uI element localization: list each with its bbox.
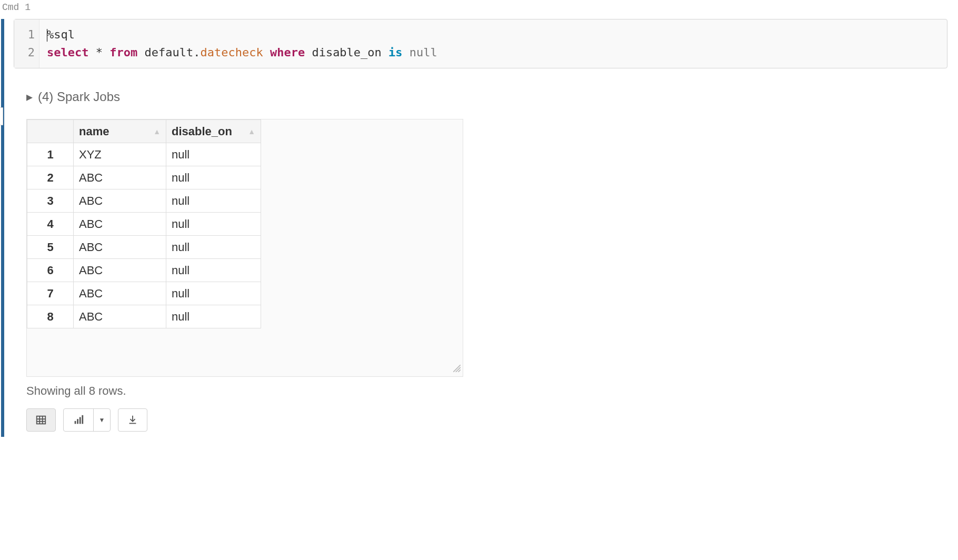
disable-on-cell: null: [166, 305, 261, 328]
result-table-container: name ▲ disable_on ▲ 1XYZnull2ABCnull3ABC…: [26, 119, 463, 377]
table-row[interactable]: 7ABCnull: [27, 282, 261, 305]
table-view-button[interactable]: [26, 408, 56, 432]
disable-on-cell: null: [166, 282, 261, 305]
rownum-cell: 7: [27, 282, 74, 305]
rownum-cell: 2: [27, 166, 74, 189]
caret-right-icon: ▸: [26, 89, 33, 104]
rownum-header[interactable]: [27, 120, 74, 143]
disable-on-cell: null: [166, 189, 261, 213]
sort-icon[interactable]: ▲: [153, 127, 161, 136]
column-label: disable_on: [172, 125, 232, 138]
line-number: 2: [18, 44, 35, 62]
disable-on-cell: null: [166, 259, 261, 282]
table-header-row: name ▲ disable_on ▲: [27, 120, 261, 143]
sort-icon[interactable]: ▲: [248, 127, 255, 136]
chart-view-dropdown[interactable]: ▼: [93, 409, 110, 431]
table-icon: [35, 414, 47, 426]
name-cell: ABC: [74, 305, 166, 328]
column-header-name[interactable]: name ▲: [74, 120, 166, 143]
rownum-cell: 8: [27, 305, 74, 328]
output-area: ▸ (4) Spark Jobs name ▲ disable_on ▲: [4, 75, 957, 437]
code-line-1[interactable]: %sql: [47, 26, 437, 44]
table-row[interactable]: 6ABCnull: [27, 259, 261, 282]
line-number-gutter: 1 2: [14, 19, 39, 68]
name-cell: ABC: [74, 213, 166, 236]
table-row[interactable]: 1XYZnull: [27, 143, 261, 166]
disable-on-cell: null: [166, 166, 261, 189]
column-label: name: [79, 125, 109, 138]
code-line-2[interactable]: select * from default.datecheck where di…: [47, 44, 437, 62]
table-row[interactable]: 8ABCnull: [27, 305, 261, 328]
line-number: 1: [18, 26, 35, 44]
dot-token: .: [193, 46, 200, 59]
table-token: datecheck: [200, 46, 263, 59]
name-cell: ABC: [74, 259, 166, 282]
disable-on-cell: null: [166, 143, 261, 166]
caret-down-icon: ▼: [99, 416, 105, 424]
rownum-cell: 5: [27, 236, 74, 259]
row-status: Showing all 8 rows.: [26, 384, 941, 398]
svg-rect-0: [37, 416, 46, 424]
bar-chart-icon: [73, 414, 84, 426]
column-header-disable-on[interactable]: disable_on ▲: [166, 120, 261, 143]
disable-on-cell: null: [166, 236, 261, 259]
code-editor[interactable]: 1 2 %sql select * from default.datecheck…: [14, 19, 947, 68]
download-icon: [127, 414, 138, 426]
result-toolbar: ▼: [26, 408, 941, 432]
download-button[interactable]: [118, 408, 147, 432]
code-content[interactable]: %sql select * from default.datecheck whe…: [39, 19, 445, 68]
name-cell: ABC: [74, 282, 166, 305]
svg-rect-6: [77, 419, 78, 424]
table-row[interactable]: 5ABCnull: [27, 236, 261, 259]
collapse-handle[interactable]: ›: [0, 107, 3, 125]
name-cell: ABC: [74, 236, 166, 259]
chart-view-button-group: ▼: [63, 408, 111, 432]
table-row[interactable]: 4ABCnull: [27, 213, 261, 236]
spark-jobs-label: (4) Spark Jobs: [38, 89, 120, 104]
schema-token: default: [144, 46, 193, 59]
null-token: null: [410, 46, 437, 59]
name-cell: ABC: [74, 189, 166, 213]
svg-rect-5: [75, 421, 76, 424]
disable-on-cell: null: [166, 213, 261, 236]
svg-rect-8: [82, 415, 83, 424]
keyword-select: select: [47, 46, 88, 59]
result-table: name ▲ disable_on ▲ 1XYZnull2ABCnull3ABC…: [27, 119, 261, 328]
rownum-cell: 4: [27, 213, 74, 236]
rownum-cell: 3: [27, 189, 74, 213]
notebook-cell: › 1 2 %sql select * from default.dateche…: [1, 19, 957, 437]
column-token: disable_on: [312, 46, 381, 59]
table-row[interactable]: 2ABCnull: [27, 166, 261, 189]
keyword-where: where: [270, 46, 305, 59]
cell-label: Cmd 1: [0, 0, 958, 13]
keyword-is: is: [388, 46, 403, 59]
keyword-from: from: [109, 46, 137, 59]
svg-rect-7: [79, 417, 81, 424]
table-row[interactable]: 3ABCnull: [27, 189, 261, 213]
spark-jobs-toggle[interactable]: ▸ (4) Spark Jobs: [26, 89, 941, 104]
chart-view-button[interactable]: [64, 409, 93, 431]
magic-token: %sql: [47, 28, 75, 41]
rownum-cell: 1: [27, 143, 74, 166]
name-cell: ABC: [74, 166, 166, 189]
rownum-cell: 6: [27, 259, 74, 282]
name-cell: XYZ: [74, 143, 166, 166]
star-token: *: [96, 46, 103, 59]
resize-grip[interactable]: [453, 365, 461, 374]
